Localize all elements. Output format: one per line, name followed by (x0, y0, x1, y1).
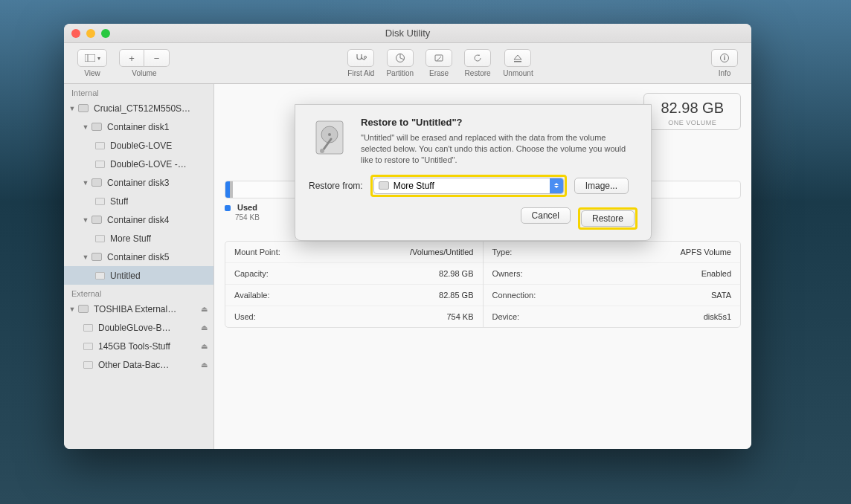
sidebar-item-label: Crucial_CT512M550S… (94, 103, 190, 114)
restore-button[interactable] (464, 49, 491, 67)
minimize-icon[interactable] (86, 29, 95, 38)
cancel-button[interactable]: Cancel (521, 207, 571, 224)
drive-icon (91, 253, 102, 261)
info-val: Enabled (701, 269, 731, 278)
button-label: Cancel (532, 210, 559, 221)
hard-drive-icon (309, 117, 350, 160)
erase-label: Erase (429, 69, 449, 77)
volume-icon (83, 343, 93, 350)
volume-icon (95, 161, 105, 168)
zoom-icon[interactable] (101, 29, 110, 38)
info-key: Owners: (492, 269, 523, 278)
info-table: Mount Point:/Volumes/Untitled Capacity:8… (225, 241, 741, 328)
svg-rect-6 (514, 61, 521, 62)
volume-add-button[interactable]: + (119, 49, 144, 67)
sidebar-section-external: External (64, 285, 213, 300)
volume-remove-button[interactable]: − (144, 49, 170, 67)
info-val: 82.85 GB (439, 291, 473, 300)
pie-icon (395, 53, 405, 63)
info-val: /Volumes/Untitled (410, 248, 474, 256)
close-icon[interactable] (71, 29, 80, 38)
svg-point-13 (320, 149, 324, 153)
sidebar-item-label: DoubleG-LOVE -… (110, 159, 187, 169)
drive-icon (91, 216, 102, 224)
svg-rect-9 (724, 57, 725, 60)
restore-sheet: Restore to "Untitled"? "Untitled" will b… (295, 104, 652, 241)
image-button[interactable]: Image... (574, 178, 629, 194)
volume-icon (95, 272, 105, 280)
sidebar-item-label: Container disk4 (107, 215, 169, 225)
modal-title: Restore to "Untitled"? (361, 117, 638, 128)
info-key: Device: (492, 312, 520, 321)
svg-point-8 (724, 56, 725, 57)
unmount-button[interactable] (504, 49, 531, 67)
sidebar-item-morestuff[interactable]: More Stuff (64, 229, 213, 248)
sidebar-item-untitled[interactable]: Untitled (64, 266, 213, 285)
sidebar-item-container4[interactable]: ▼ Container disk4 (64, 210, 213, 229)
sidebar-item-otherdata[interactable]: Other Data-Bac… ⏏ (64, 355, 213, 374)
info-label: Info (719, 69, 731, 77)
eject-icon[interactable]: ⏏ (201, 342, 208, 350)
view-label: View (84, 69, 100, 77)
restore-from-select[interactable]: More Stuff (373, 178, 564, 194)
first-aid-button[interactable] (347, 49, 374, 67)
svg-line-5 (437, 56, 441, 61)
sidebar-item-doubleg[interactable]: DoubleG-LOVE (64, 136, 213, 155)
usage-other-segment (230, 181, 233, 198)
partition-button[interactable] (387, 49, 414, 67)
sidebar-item-145tools[interactable]: 145GB Tools-Stuff ⏏ (64, 337, 213, 355)
svg-point-2 (365, 56, 367, 59)
info-val: 754 KB (446, 312, 473, 321)
info-button[interactable] (711, 49, 738, 67)
stethoscope-icon (355, 53, 367, 63)
chevron-down-icon[interactable]: ▼ (82, 179, 89, 187)
sidebar-item-container1[interactable]: ▼ Container disk1 (64, 117, 213, 136)
sidebar-item-doubleg2[interactable]: DoubleG-LOVE -… (64, 155, 213, 173)
svg-point-12 (328, 133, 331, 136)
chevron-down-icon[interactable]: ▼ (82, 216, 89, 224)
sidebar-item-container3[interactable]: ▼ Container disk3 (64, 173, 213, 192)
chevron-down-icon[interactable]: ▼ (82, 123, 89, 131)
sidebar-item-dglove[interactable]: DoubleGLove-B… ⏏ (64, 318, 213, 337)
chevron-down-icon[interactable]: ▼ (68, 105, 76, 112)
disk-utility-window: Disk Utility ▾ View + − Volume First Ai (64, 24, 751, 449)
eject-icon[interactable]: ⏏ (201, 305, 208, 313)
sidebar-item-label: Container disk1 (107, 122, 169, 132)
eject-icon (513, 54, 522, 62)
capacity-value: 82.98 GB (661, 100, 724, 117)
eject-icon[interactable]: ⏏ (201, 361, 208, 369)
unmount-label: Unmount (503, 69, 533, 77)
modal-description: "Untitled" will be erased and replaced w… (361, 132, 638, 166)
volume-icon (95, 198, 105, 205)
info-key: Used: (234, 312, 256, 321)
sidebar-item-label: DoubleG-LOVE (110, 140, 172, 151)
sidebar-item-label: More Stuff (110, 233, 151, 244)
sidebar-item-toshiba[interactable]: ▼ TOSHIBA External… ⏏ (64, 300, 213, 318)
svg-rect-0 (85, 54, 95, 62)
eject-icon[interactable]: ⏏ (201, 323, 208, 332)
svg-rect-4 (435, 55, 443, 61)
sidebar-item-crucial[interactable]: ▼ Crucial_CT512M550S… (64, 99, 213, 117)
erase-button[interactable] (426, 49, 452, 67)
legend-name: Used (237, 203, 257, 212)
sidebar-item-label: Untitled (110, 271, 141, 281)
volume-icon (83, 361, 93, 369)
drive-icon (78, 305, 89, 313)
erase-icon (434, 54, 444, 62)
info-val: SATA (711, 291, 731, 300)
chevron-down-icon[interactable]: ▼ (68, 306, 76, 313)
sidebar-item-stuff[interactable]: Stuff (64, 192, 213, 210)
sidebar-item-container5[interactable]: ▼ Container disk5 (64, 248, 213, 266)
firstaid-label: First Aid (347, 69, 374, 77)
info-key: Capacity: (234, 269, 269, 278)
drive-icon (379, 181, 389, 190)
capacity-sub: ONE VOLUME (661, 119, 724, 126)
titlebar: Disk Utility (64, 24, 751, 43)
restore-label: Restore (465, 69, 491, 77)
drive-icon (91, 123, 102, 131)
button-label: Restore (592, 213, 623, 224)
button-label: Image... (585, 181, 617, 191)
view-button[interactable]: ▾ (77, 49, 107, 67)
chevron-down-icon[interactable]: ▼ (82, 253, 89, 261)
restore-confirm-button[interactable]: Restore (581, 210, 635, 227)
